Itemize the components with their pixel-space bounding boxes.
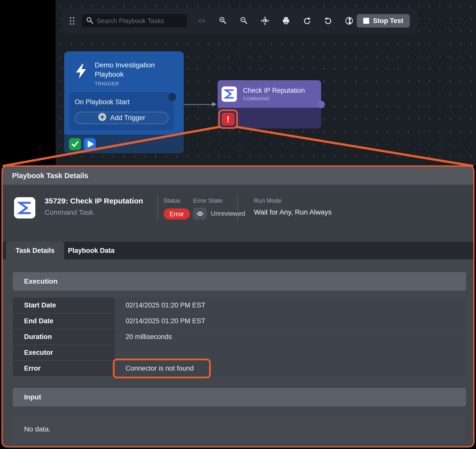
- run-mode-label: Run Mode: [254, 197, 332, 204]
- panel-title-bar: Playbook Task Details: [3, 167, 473, 185]
- run-play-button[interactable]: [84, 138, 96, 150]
- tab-playbook-data[interactable]: Playbook Data: [64, 242, 118, 259]
- panel-tabs: Task Details Playbook Data: [3, 242, 473, 259]
- row-value: 02/14/2025 01:20 PM EST: [115, 313, 466, 329]
- plus-circle-icon: [98, 113, 107, 123]
- playbook-task-details-panel: Playbook Task Details 35729: Check IP Re…: [2, 165, 474, 447]
- row-label: Error: [13, 361, 115, 376]
- execution-section-header: Execution: [13, 272, 466, 291]
- trigger-step-card: On Playbook Start Add Trigger: [69, 92, 174, 130]
- zoom-in-icon[interactable]: [216, 14, 229, 27]
- search-box: [81, 14, 187, 28]
- error-state-value: Unreviewed: [211, 210, 245, 217]
- input-title: Input: [24, 393, 41, 401]
- divider: [157, 196, 158, 220]
- divider: [237, 196, 238, 220]
- search-icon: [86, 17, 93, 25]
- task-sigma-icon: [14, 197, 35, 218]
- stop-icon: [363, 18, 369, 24]
- undo-icon[interactable]: [322, 14, 335, 27]
- task-type: Command Task: [45, 208, 93, 216]
- execution-title: Execution: [24, 277, 58, 285]
- trigger-node-footer: [64, 135, 184, 153]
- input-section-header: Input: [13, 388, 466, 406]
- annotation-ring: [113, 359, 211, 378]
- trigger-output-port[interactable]: [168, 93, 176, 101]
- table-row: Start Date 02/14/2025 01:20 PM EST: [13, 298, 466, 313]
- command-node-type-label: COMMAND: [243, 96, 305, 101]
- trigger-node-type-label: TRIGGER: [95, 81, 170, 87]
- globe-icon[interactable]: [343, 14, 356, 27]
- add-trigger-label: Add Trigger: [110, 114, 145, 122]
- add-trigger-button[interactable]: Add Trigger: [75, 112, 168, 124]
- toolbar-drag-handle[interactable]: [70, 17, 74, 25]
- row-label: Duration: [13, 329, 115, 345]
- panel-title: Playbook Task Details: [12, 172, 88, 180]
- table-row: End Date 02/14/2025 01:20 PM EST: [13, 313, 466, 329]
- screenshot-root: Stop Test Demo Investigation Playbook TR…: [0, 0, 476, 449]
- task-summary-section: 35729: Check IP Reputation Command Task …: [3, 185, 473, 242]
- command-node-title: Check IP Reputation: [243, 87, 305, 94]
- zoom-out-icon[interactable]: [237, 14, 250, 27]
- print-icon[interactable]: [279, 14, 293, 27]
- tab-task-details[interactable]: Task Details: [6, 242, 64, 259]
- trigger-node[interactable]: Demo Investigation Playbook TRIGGER On P…: [64, 51, 184, 153]
- row-label: Start Date: [13, 298, 115, 313]
- execution-table: Start Date 02/14/2025 01:20 PM EST End D…: [13, 298, 466, 376]
- status-badge: Error: [163, 208, 190, 219]
- redo-icon[interactable]: [301, 14, 314, 27]
- row-label: End Date: [13, 313, 115, 329]
- command-sigma-icon: [222, 86, 237, 102]
- lightning-bolt-icon: [75, 60, 88, 87]
- run-mode-value: Wait for Any, Run Always: [254, 208, 332, 216]
- run-mode-column: Run Mode Wait for Any, Run Always: [254, 197, 332, 216]
- visibility-icon[interactable]: [195, 14, 208, 27]
- task-name: 35729: Check IP Reputation: [45, 197, 143, 205]
- fit-to-screen-icon[interactable]: [258, 14, 271, 27]
- review-eye-button[interactable]: [193, 208, 207, 219]
- table-row-error: Error Connector is not found: [13, 361, 466, 376]
- annotation-ring: [218, 109, 238, 129]
- input-empty-state: No data.: [13, 415, 466, 443]
- row-label: Executor: [13, 345, 115, 360]
- status-label: Status: [163, 197, 190, 204]
- table-row: Executor: [13, 345, 466, 360]
- row-value: 20 milliseconds: [115, 329, 466, 345]
- trigger-step-label: On Playbook Start: [75, 98, 168, 106]
- stop-test-button[interactable]: Stop Test: [357, 14, 410, 28]
- command-node-header: Check IP Reputation COMMAND: [218, 80, 321, 108]
- command-output-port[interactable]: [317, 101, 325, 108]
- trigger-node-header: Demo Investigation Playbook TRIGGER On P…: [64, 51, 184, 135]
- table-row: Duration 20 milliseconds: [13, 329, 466, 345]
- tab-content: Execution Start Date 02/14/2025 01:20 PM…: [3, 272, 473, 443]
- canvas-toolbar: Stop Test: [62, 8, 417, 33]
- search-input[interactable]: [97, 17, 182, 25]
- row-value: 02/14/2025 01:20 PM EST: [115, 298, 466, 313]
- trigger-node-title: Demo Investigation Playbook: [95, 60, 170, 79]
- validate-check-button[interactable]: [69, 138, 81, 150]
- status-column: Status Error: [163, 197, 190, 219]
- row-value: [115, 345, 466, 360]
- stop-test-label: Stop Test: [373, 17, 403, 25]
